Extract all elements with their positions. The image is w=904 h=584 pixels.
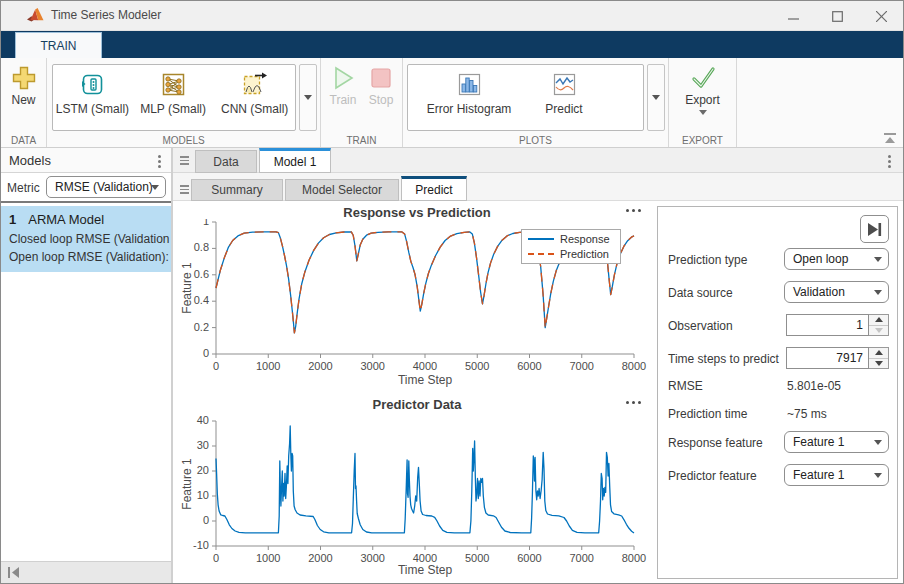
data-source-dropdown[interactable]: Validation (784, 281, 889, 303)
section-data: New DATA (1, 58, 47, 147)
plots-gallery: Error Histogram Predict (407, 64, 644, 131)
section-plots: Error Histogram Predict PLOTS (403, 58, 669, 147)
model-tab-bar: Summary Model Selector Predict (173, 173, 903, 201)
export-button[interactable]: Export (669, 65, 736, 115)
time-steps-spinner[interactable]: 7917 (786, 347, 889, 369)
error-histogram-button[interactable]: Error Histogram (426, 65, 512, 116)
chart2-title: Predictor Data (207, 397, 627, 412)
response-line-swatch (528, 238, 554, 240)
maximize-button[interactable] (815, 1, 859, 31)
prediction-options-panel: Prediction type Open loop Data source Va… (657, 206, 898, 579)
data-source-value: Validation (793, 285, 845, 299)
train-button[interactable]: Train (325, 65, 361, 107)
stop-icon (368, 65, 394, 91)
cnn-icon (241, 71, 268, 98)
cnn-small-button[interactable]: CNN (Small) (214, 65, 295, 116)
prediction-type-value: Open loop (793, 252, 848, 266)
models-panel: Models Metric RMSE (Validation) 1ARMA Mo… (1, 148, 171, 583)
models-panel-header: Models (1, 148, 171, 173)
collapse-panel-icon[interactable] (8, 567, 20, 578)
export-dropdown-caret[interactable] (699, 110, 707, 115)
models-panel-title: Models (9, 153, 51, 168)
caret-down-icon (304, 95, 312, 100)
tab-predict[interactable]: Predict (401, 176, 467, 201)
check-icon (690, 65, 716, 91)
model-name: ARMA Model (28, 212, 104, 227)
model-list-item-selected[interactable]: 1ARMA Model Closed loop RMSE (Validation… (1, 206, 171, 272)
mlp-small-button[interactable]: MLP (Small) (132, 65, 215, 116)
kebab-icon[interactable] (158, 155, 161, 168)
tab-train[interactable]: TRAIN (15, 32, 102, 58)
section-models: LSTM (Small) (47, 58, 321, 147)
legend-response-label: Response (560, 233, 610, 245)
tab-data[interactable]: Data (195, 150, 257, 173)
models-gallery-dropdown[interactable] (299, 64, 317, 131)
ribbon-tabstrip: TRAIN (1, 31, 903, 58)
section-export: Export EXPORT (669, 58, 737, 147)
minimize-icon (788, 11, 799, 22)
title-bar: Time Series Modeler (1, 1, 903, 31)
tab-data-label: Data (213, 155, 238, 169)
time-steps-up-button[interactable] (869, 348, 888, 358)
response-feature-dropdown[interactable]: Feature 1 (784, 431, 889, 453)
time-steps-down-button[interactable] (869, 358, 888, 369)
tab-summary[interactable]: Summary (191, 179, 283, 201)
predict-content: Response vs Prediction 01000200030004000… (173, 201, 903, 583)
mlp-icon (160, 71, 187, 98)
run-prediction-button[interactable] (860, 215, 889, 243)
stop-label: Stop (369, 94, 394, 107)
model-detail-1: Closed loop RMSE (Validation (9, 230, 171, 248)
svg-text:10: 10 (197, 489, 209, 501)
observation-field[interactable]: 1 (786, 314, 869, 336)
tab-predict-label: Predict (415, 183, 452, 197)
tab-summary-label: Summary (211, 183, 262, 197)
metric-dropdown[interactable]: RMSE (Validation) (46, 176, 166, 198)
tab-model-1[interactable]: Model 1 (259, 148, 331, 173)
observation-up-button[interactable] (869, 315, 888, 325)
lstm-label: LSTM (Small) (56, 102, 129, 116)
tab-model-selector[interactable]: Model Selector (285, 179, 399, 201)
time-steps-field[interactable]: 7917 (786, 347, 869, 369)
stop-button[interactable]: Stop (363, 65, 399, 107)
svg-text:1: 1 (203, 219, 209, 227)
kebab-icon[interactable] (888, 155, 891, 168)
hamburger-icon[interactable] (180, 156, 189, 165)
response-feature-label: Response feature (668, 436, 763, 450)
caret-down-icon (652, 95, 660, 100)
predictor-feature-dropdown[interactable]: Feature 1 (784, 464, 889, 486)
time-steps-label: Time steps to predict (668, 352, 779, 366)
observation-down-button[interactable] (869, 325, 888, 336)
models-gallery: LSTM (Small) (52, 64, 296, 131)
close-button[interactable] (859, 1, 903, 31)
metric-label: Metric (7, 181, 40, 195)
matlab-logo (27, 8, 44, 24)
close-icon (876, 11, 887, 22)
prediction-type-dropdown[interactable]: Open loop (784, 248, 889, 270)
export-label: Export (685, 94, 720, 107)
hamburger-icon[interactable] (180, 185, 189, 194)
predictor-data-chart: Predictor Data 0100020003000400050006000… (177, 395, 657, 584)
svg-text:4000: 4000 (413, 360, 437, 372)
toolstrip: New DATA LSTM (Small) (1, 58, 903, 148)
collapse-ribbon-icon[interactable] (883, 133, 897, 144)
new-button[interactable]: New (1, 65, 46, 107)
ellipsis-icon[interactable] (626, 209, 641, 212)
observation-spinner[interactable]: 1 (786, 314, 889, 336)
plots-gallery-dropdown[interactable] (647, 64, 665, 131)
lstm-small-button[interactable]: LSTM (Small) (53, 65, 132, 116)
svg-text:0.2: 0.2 (194, 321, 209, 333)
minimize-button[interactable] (771, 1, 815, 31)
section-label-train: TRAIN (321, 135, 402, 146)
predictor-feature-label: Predictor feature (668, 469, 757, 483)
svg-text:1000: 1000 (256, 360, 280, 372)
rmse-value: 5.801e-05 (787, 379, 841, 393)
response-vs-prediction-chart: Response vs Prediction 01000200030004000… (177, 203, 657, 393)
chart2-ylabel: Feature 1 (180, 424, 194, 544)
lstm-icon (79, 71, 106, 98)
predict-plot-button[interactable]: Predict (524, 65, 604, 116)
svg-text:5000: 5000 (465, 360, 489, 372)
main-region: Data Model 1 Summary Model Selector Pred… (173, 148, 903, 583)
prediction-line-swatch (528, 253, 554, 255)
svg-text:2000: 2000 (308, 360, 332, 372)
ellipsis-icon[interactable] (626, 401, 641, 404)
